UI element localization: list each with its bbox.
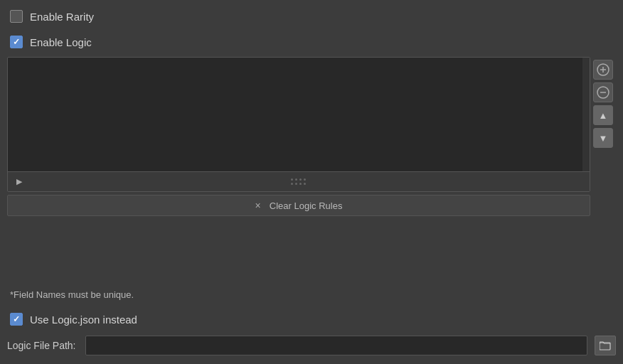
scroll-up-button[interactable]: ▲ [593,105,613,125]
enable-logic-label: Enable Logic [30,36,92,48]
dot [299,178,302,181]
dot [295,183,297,185]
field-names-warning: *Field Names must be unique. [7,288,616,301]
side-controls: ▲ ▼ [590,57,616,284]
clear-logic-rules-button[interactable]: × Clear Logic Rules [7,195,590,216]
logic-editor-panel: × Clear Logic Rules ▲ [7,57,616,284]
scroll-down-button[interactable]: ▼ [593,128,613,148]
logic-canvas[interactable] [7,57,590,192]
scroll-down-icon: ▼ [599,133,608,144]
browse-button[interactable] [595,336,616,355]
scrollbar[interactable] [582,58,590,171]
clear-x-icon: × [255,200,261,211]
use-logic-json-row: Use Logic.json instead [7,309,616,330]
dot [295,178,297,181]
drag-handle[interactable] [291,178,307,186]
clear-rules-row: × Clear Logic Rules [7,195,590,216]
dot [304,183,306,185]
file-path-row: Logic File Path: [7,336,616,355]
settings-panel: Enable Rarity Enable Logic [0,0,623,364]
zoom-in-button[interactable] [593,60,613,80]
bottom-section: Use Logic.json instead Logic File Path: [7,306,616,358]
enable-rarity-label: Enable Rarity [30,11,94,23]
dot [304,178,306,181]
dot [291,178,293,181]
use-logic-json-checkbox[interactable] [10,313,23,326]
dot [291,183,293,185]
enable-rarity-row: Enable Rarity [7,6,616,27]
dot [299,183,302,185]
zoom-out-button[interactable] [593,82,613,102]
file-path-input[interactable] [85,336,587,355]
file-path-label: Logic File Path: [7,340,78,351]
folder-icon [600,341,611,350]
enable-logic-checkbox[interactable] [10,36,23,48]
zoom-in-icon [597,63,609,76]
play-button[interactable] [14,176,25,188]
canvas-toolbar [8,171,590,191]
scroll-up-icon: ▲ [599,110,608,121]
enable-logic-row: Enable Logic [7,31,616,53]
enable-rarity-checkbox[interactable] [10,10,23,23]
clear-logic-rules-label: Clear Logic Rules [270,200,343,211]
zoom-out-icon [597,86,609,99]
use-logic-json-label: Use Logic.json instead [30,314,137,326]
